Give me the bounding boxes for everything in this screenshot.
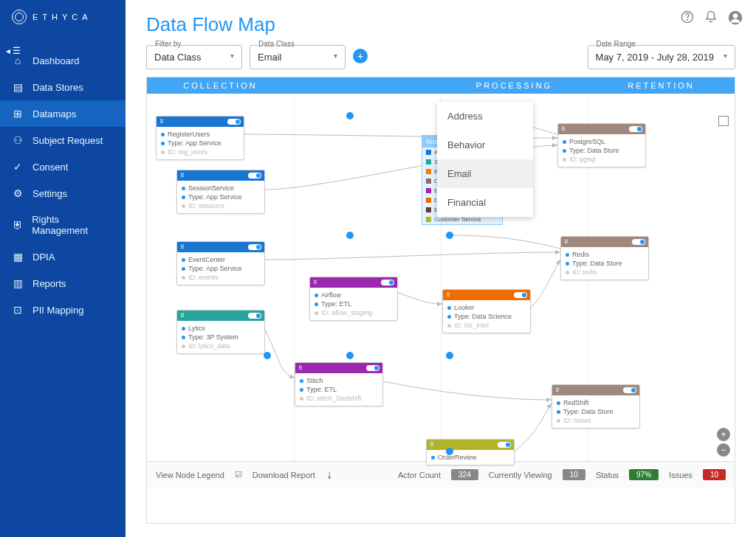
node-type: Type: App Service [188,265,242,272]
viewing-badge: 10 [563,469,585,480]
node-orderreview[interactable]: ⠿OrderReview [426,439,515,465]
node-registerusers[interactable]: ⠿RegisterUsersType: App ServiceID: reg_u… [156,116,244,160]
node-stitch[interactable]: ⠿StitchType: ETLID: stitch_2redshift [295,362,383,406]
sidebar-item-settings[interactable]: ⚙Settings [0,180,126,207]
brand-text: ETHYCA [32,13,92,21]
node-toggle[interactable] [381,280,394,285]
dropdown-option[interactable]: Financial [437,188,533,217]
column-header: RETENTION [588,77,735,94]
nav-icon: ✓ [12,161,24,173]
connection-dot [346,232,354,239]
node-name: RegisterUsers [168,131,210,138]
bell-icon[interactable] [704,10,718,24]
node-id: ID: stitch_2redshift [306,395,362,402]
add-filter-button[interactable]: + [353,49,368,63]
node-id: ID: redis [572,268,597,276]
drag-icon[interactable]: ⠿ [298,365,303,372]
data-class-dropdown[interactable]: AddressBehaviorEmailFinancial [437,102,533,217]
node-name: Looker [454,304,475,311]
dropdown-option[interactable]: Email [437,159,533,188]
drag-icon[interactable]: ⠿ [313,280,317,286]
dropdown-option[interactable]: Address [437,102,533,131]
actor-count-badge: 324 [451,469,478,480]
dropdown-option[interactable]: Behavior [437,131,533,159]
collapse-sidebar[interactable]: ◂ ☰ [6,46,21,56]
node-name: Redis [572,251,589,258]
node-name: SessionService [188,184,234,192]
sidebar-item-subject-request[interactable]: ⚇Subject Request [0,127,126,153]
nav-label: Dashboard [32,55,80,66]
node-redis[interactable]: ⠿RedisType: Data StoreID: redis [560,236,649,280]
drag-icon[interactable]: ⠿ [446,292,450,299]
node-toggle[interactable] [514,292,527,298]
filter-by-select[interactable]: Data Class [146,45,242,69]
node-toggle[interactable] [248,244,261,250]
nav-icon: ⛨ [12,219,23,231]
sidebar-item-pii-mapping[interactable]: ⊡PII Mapping [0,297,126,323]
node-eventcenter[interactable]: ⠿EventCenterType: App ServiceID: events [176,241,265,285]
sidebar-item-reports[interactable]: ▥Reports [0,270,126,297]
drag-icon[interactable]: ⠿ [180,313,185,319]
status-badge: 97% [629,469,659,480]
sidebar-item-data-stores[interactable]: ▤Data Stores [0,74,126,100]
node-toggle[interactable] [366,365,379,371]
view-legend-link[interactable]: View Node Legend [156,471,224,479]
check-icon: ☑ [235,470,242,479]
node-looker[interactable]: ⠿LookerType: Data ScienceID: biz_intel [442,289,531,333]
nav: ⌂Dashboard▤Data Stores⊞Datamaps⚇Subject … [0,34,126,323]
connection-dot [446,232,453,239]
drag-icon[interactable]: ⠿ [159,119,164,125]
node-type: Type: Data Store [572,260,622,267]
zoom-in-button[interactable]: + [717,428,730,441]
node-name: Stitch [306,377,323,384]
node-sessionservice[interactable]: ⠿SessionServiceType: App ServiceID: sess… [176,170,265,214]
drag-icon[interactable]: ⠿ [180,244,185,251]
column-header: PROCESSING [441,77,588,94]
node-name: PostgreSQL [569,138,605,145]
actor-count-label: Actor Count [398,471,441,479]
data-class-select[interactable]: Email [250,45,346,69]
brand-logo: ETHYCA [0,0,126,34]
sidebar-item-consent[interactable]: ✓Consent [0,153,126,180]
svg-point-1 [687,19,688,20]
node-lytics[interactable]: ⠿LyticsType: 3P SystemID: lytics_data [176,310,265,354]
drag-icon[interactable]: ⠿ [555,387,560,394]
drag-icon[interactable]: ⠿ [430,442,434,448]
drag-icon[interactable]: ⠿ [180,173,185,179]
node-toggle[interactable] [227,119,241,125]
node-id: ID: pgsql [569,156,596,163]
node-toggle[interactable] [629,126,642,132]
node-toggle[interactable] [623,387,636,393]
node-redshift[interactable]: ⠿RedShiftType: Data StoreID: rsaws [551,384,640,429]
help-icon[interactable] [681,10,694,24]
date-range-select[interactable]: May 7, 2019 - July 28, 2019 [588,45,735,69]
node-id: ID: rsaws [563,417,591,424]
sidebar-item-datamaps[interactable]: ⊞Datamaps [0,100,126,127]
node-id: ID: reg_users [168,148,207,156]
download-report-link[interactable]: Download Report [252,471,315,479]
expand-icon[interactable] [718,116,729,126]
node-toggle[interactable] [632,239,645,245]
sidebar-item-rights-management[interactable]: ⛨Rights Management [0,207,126,243]
sidebar-item-dpia[interactable]: ▦DPIA [0,243,126,270]
node-type: Type: 3P System [188,333,238,341]
connection-dot [446,352,453,359]
zoom-out-button[interactable]: − [717,443,730,457]
nav-icon: ⊞ [12,108,24,119]
node-toggle[interactable] [248,313,261,319]
nav-label: Data Stores [32,82,83,93]
nav-icon: ▦ [12,251,24,263]
issues-badge: 10 [703,469,726,480]
node-toggle[interactable] [248,173,261,179]
nav-icon: ▥ [12,277,24,289]
node-airflow[interactable]: ⠿AirflowType: ETLID: aflow_staging [309,277,398,321]
drag-icon[interactable]: ⠿ [564,239,568,246]
node-toggle[interactable] [498,442,511,448]
nav-icon: ⌂ [12,55,24,66]
user-icon[interactable] [728,10,741,24]
drag-icon[interactable]: ⠿ [561,126,566,133]
node-postgresql[interactable]: ⠿PostgreSQLType: Data StoreID: pgsql [557,123,646,167]
node-name: RedShift [563,399,589,406]
fingerprint-icon [12,10,27,24]
node-name: Lytics [188,325,205,332]
